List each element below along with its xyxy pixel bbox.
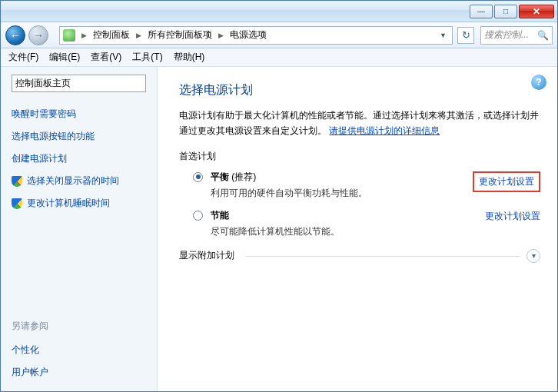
forward-button[interactable]: → <box>28 25 48 45</box>
sidebar: 控制面板主页 唤醒时需要密码 选择电源按钮的功能 创建电源计划 选择关闭显示器的… <box>1 67 158 391</box>
breadcrumb-item[interactable]: 所有控制面板项 <box>148 28 212 42</box>
control-panel-icon <box>63 29 75 42</box>
shield-icon <box>12 198 22 209</box>
maximize-button[interactable]: □ <box>494 5 517 18</box>
page-title: 选择电源计划 <box>179 82 540 98</box>
menu-edit[interactable]: 编辑(E) <box>49 51 80 64</box>
breadcrumb-sep: ▶ <box>217 32 225 39</box>
radio-power-saver[interactable] <box>193 211 203 221</box>
help-icon[interactable]: ? <box>531 75 546 90</box>
expander-label: 显示附加计划 <box>179 249 239 262</box>
window-frame: — □ ✕ ← → ▶ 控制面板 ▶ 所有控制面板项 ▶ 电源选项 ▼ ↻ 搜索… <box>0 0 558 392</box>
divider <box>245 256 520 257</box>
close-button[interactable]: ✕ <box>519 5 554 18</box>
breadcrumb-sep: ▶ <box>135 32 143 39</box>
description-link[interactable]: 请提供电源计划的详细信息 <box>329 125 440 136</box>
breadcrumb-sep: ▶ <box>80 32 88 39</box>
see-also-personalization[interactable]: 个性化 <box>12 344 146 357</box>
change-plan-settings-link[interactable]: 更改计划设置 <box>485 210 540 223</box>
control-panel-home-link[interactable]: 控制面板主页 <box>12 75 146 92</box>
sidebar-link-label: 更改计算机睡眠时间 <box>27 197 110 210</box>
sidebar-link-power-button[interactable]: 选择电源按钮的功能 <box>12 130 146 143</box>
content-body: 控制面板主页 唤醒时需要密码 选择电源按钮的功能 创建电源计划 选择关闭显示器的… <box>1 67 557 391</box>
plan-name-row: 节能 <box>211 209 468 222</box>
see-also-heading: 另请参阅 <box>12 320 146 333</box>
sidebar-link-label: 选择关闭显示器的时间 <box>27 174 119 188</box>
plan-description: 利用可用的硬件自动平衡功耗与性能。 <box>211 187 456 200</box>
sidebar-link-sleep-time[interactable]: 更改计算机睡眠时间 <box>12 197 146 210</box>
sidebar-link-create-plan[interactable]: 创建电源计划 <box>12 152 146 165</box>
menu-tools[interactable]: 工具(T) <box>132 51 162 64</box>
shield-icon <box>12 176 22 187</box>
menu-bar: 文件(F) 编辑(E) 查看(V) 工具(T) 帮助(H) <box>1 48 557 67</box>
sidebar-link-display-off[interactable]: 选择关闭显示器的时间 <box>12 174 146 188</box>
plan-name-row: 平衡 (推荐) <box>211 171 456 184</box>
menu-view[interactable]: 查看(V) <box>91 51 121 64</box>
minimize-button[interactable]: — <box>470 5 493 18</box>
page-description: 电源计划有助于最大化计算机的性能或者节能。通过选择计划来将其激活，或选择计划并通… <box>179 108 540 139</box>
change-plan-settings-link[interactable]: 更改计划设置 <box>473 171 540 192</box>
address-bar[interactable]: ▶ 控制面板 ▶ 所有控制面板项 ▶ 电源选项 ▼ <box>59 26 453 45</box>
breadcrumb-item[interactable]: 电源选项 <box>230 28 267 42</box>
address-dropdown[interactable]: ▼ <box>437 32 449 39</box>
menu-file[interactable]: 文件(F) <box>8 51 38 64</box>
search-icon[interactable]: 🔍 <box>537 30 549 41</box>
search-placeholder: 搜索控制... <box>484 28 529 42</box>
refresh-button[interactable]: ↻ <box>457 27 474 44</box>
show-additional-plans[interactable]: 显示附加计划 ▾ <box>179 249 540 263</box>
breadcrumb-item[interactable]: 控制面板 <box>93 28 130 42</box>
navigation-bar: ← → ▶ 控制面板 ▶ 所有控制面板项 ▶ 电源选项 ▼ ↻ 搜索控制... … <box>1 22 557 48</box>
see-also-user-accounts[interactable]: 用户帐户 <box>12 366 146 379</box>
plan-description: 尽可能降低计算机性能以节能。 <box>211 225 468 238</box>
main-panel: ? 选择电源计划 电源计划有助于最大化计算机的性能或者节能。通过选择计划来将其激… <box>158 67 557 391</box>
preferred-plans-heading: 首选计划 <box>179 150 540 163</box>
plan-name: 节能 <box>211 210 229 221</box>
plan-balanced: 平衡 (推荐) 利用可用的硬件自动平衡功耗与性能。 更改计划设置 <box>193 171 540 200</box>
plan-power-saver: 节能 尽可能降低计算机性能以节能。 更改计划设置 <box>193 209 540 238</box>
sidebar-link-wake-password[interactable]: 唤醒时需要密码 <box>12 108 146 121</box>
back-button[interactable]: ← <box>5 25 25 45</box>
window-buttons: — □ ✕ <box>470 5 554 18</box>
plan-recommended: (推荐) <box>229 171 256 182</box>
chevron-down-icon: ▾ <box>526 249 540 263</box>
search-input[interactable]: 搜索控制... 🔍 <box>480 26 553 45</box>
plan-name: 平衡 <box>211 171 229 182</box>
radio-balanced[interactable] <box>193 172 203 182</box>
menu-help[interactable]: 帮助(H) <box>174 51 205 64</box>
titlebar[interactable]: — □ ✕ <box>1 1 557 22</box>
